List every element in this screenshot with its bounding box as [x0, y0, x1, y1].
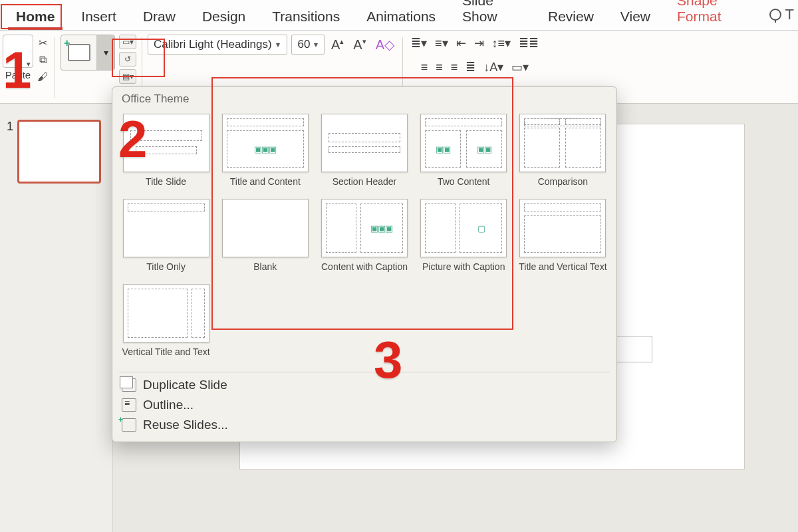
layout-button[interactable]: ▭▾ [119, 35, 136, 49]
slide-thumb-1[interactable] [17, 120, 101, 184]
layout-section-header[interactable]: Section Header [317, 111, 411, 192]
tab-insert[interactable]: Insert [68, 2, 130, 30]
lightbulb-icon [769, 9, 781, 21]
decrease-font-icon[interactable]: A▾ [350, 36, 368, 54]
new-slide-popup: Office Theme Title Slide ▣▣▣ Title and C… [112, 86, 617, 442]
align-right-icon[interactable]: ≡ [448, 59, 461, 76]
annotation-num-2: 2 [118, 113, 147, 165]
new-slide-button[interactable]: ▾ [61, 35, 115, 70]
slides-group: ▾ ▭▾ ↺ ▤▾ [61, 35, 136, 84]
reset-button[interactable]: ↺ [119, 52, 136, 66]
clear-formatting-icon[interactable]: A◇ [373, 35, 397, 54]
tab-transitions[interactable]: Transitions [259, 2, 353, 30]
tab-animations[interactable]: Animations [353, 2, 449, 30]
font-size-value: 60 [298, 38, 311, 51]
tab-home[interactable]: Home [3, 2, 68, 30]
reuse-icon [122, 418, 136, 432]
layout-picture-with-caption[interactable]: ▢ Picture with Caption [417, 196, 511, 277]
new-slide-dropdown[interactable]: ▾ [97, 35, 114, 70]
layout-vertical-title-and-text[interactable]: Vertical Title and Text [119, 281, 213, 362]
tab-design[interactable]: Design [189, 2, 259, 30]
layout-grid: Title Slide ▣▣▣ Title and Content Sectio… [112, 108, 616, 369]
tab-draw[interactable]: Draw [130, 2, 189, 30]
layout-title-and-vertical-text[interactable]: Title and Vertical Text [516, 196, 610, 277]
tab-view[interactable]: View [607, 2, 664, 30]
ribbon-tabs: Home Insert Draw Design Transitions Anim… [0, 0, 798, 31]
align-center-icon[interactable]: ≡ [433, 59, 446, 76]
tab-slideshow[interactable]: Slide Show [449, 0, 535, 30]
layout-title-only[interactable]: Title Only [119, 196, 213, 277]
tell-me-text: T [785, 6, 794, 23]
popup-actions: Duplicate Slide Outline... Reuse Slides.… [112, 375, 616, 438]
annotation-num-1: 1 [3, 44, 31, 96]
section-button[interactable]: ▤▾ [119, 69, 136, 84]
popup-separator [119, 372, 610, 372]
thumb-number: 1 [7, 120, 13, 134]
copy-icon[interactable]: ⧉ [36, 53, 49, 66]
new-slide-icon[interactable] [61, 35, 97, 70]
layout-title-and-content[interactable]: ▣▣▣ Title and Content [218, 111, 312, 192]
popup-theme-label: Office Theme [112, 87, 616, 108]
columns-icon[interactable]: ≣≣ [516, 35, 541, 52]
font-name-combo[interactable]: Calibri Light (Headings)▾ [148, 35, 287, 55]
justify-icon[interactable]: ≣ [463, 59, 478, 76]
outline-icon [122, 398, 136, 412]
layout-blank[interactable]: Blank [218, 196, 312, 277]
separator [55, 37, 55, 98]
slide-thumbnails: 1 [0, 104, 113, 532]
align-text-icon[interactable]: ▭▾ [509, 59, 531, 76]
increase-font-icon[interactable]: A▴ [329, 36, 346, 54]
font-size-combo[interactable]: 60▾ [291, 35, 325, 55]
cut-icon[interactable]: ✂ [36, 36, 49, 49]
layout-two-content[interactable]: ▣▣▣▣ Two Content [417, 111, 511, 192]
text-direction-icon[interactable]: ↓A▾ [481, 59, 506, 76]
font-name-value: Calibri Light (Headings) [154, 38, 272, 51]
layout-comparison[interactable]: Comparison [516, 111, 610, 192]
action-outline[interactable]: Outline... [122, 398, 607, 412]
action-reuse-slides[interactable]: Reuse Slides... [122, 418, 607, 432]
format-painter-icon[interactable]: 🖌 [36, 70, 49, 84]
action-duplicate-slide[interactable]: Duplicate Slide [122, 378, 607, 392]
annotation-num-3: 3 [374, 334, 402, 386]
bullets-icon[interactable]: ≣▾ [408, 35, 430, 52]
increase-indent-icon[interactable]: ⇥ [471, 35, 487, 52]
line-spacing-icon[interactable]: ↕≡▾ [489, 35, 514, 52]
layout-content-with-caption[interactable]: ▣▣▣ Content with Caption [317, 196, 411, 277]
numbering-icon[interactable]: ≡▾ [432, 35, 451, 52]
align-left-icon[interactable]: ≡ [418, 59, 431, 76]
paragraph-group: ≣▾ ≡▾ ⇤ ⇥ ↕≡▾ ≣≣ ≡ ≡ ≡ ≣ ↓A▾ ▭▾ [408, 35, 541, 76]
font-group: Calibri Light (Headings)▾ 60▾ A▴ A▾ A◇ [148, 35, 397, 55]
tab-shape-format[interactable]: Shape Format [664, 0, 765, 30]
tell-me[interactable]: T [765, 0, 798, 30]
duplicate-icon [122, 378, 136, 392]
decrease-indent-icon[interactable]: ⇤ [454, 35, 469, 52]
tab-review[interactable]: Review [535, 2, 607, 30]
